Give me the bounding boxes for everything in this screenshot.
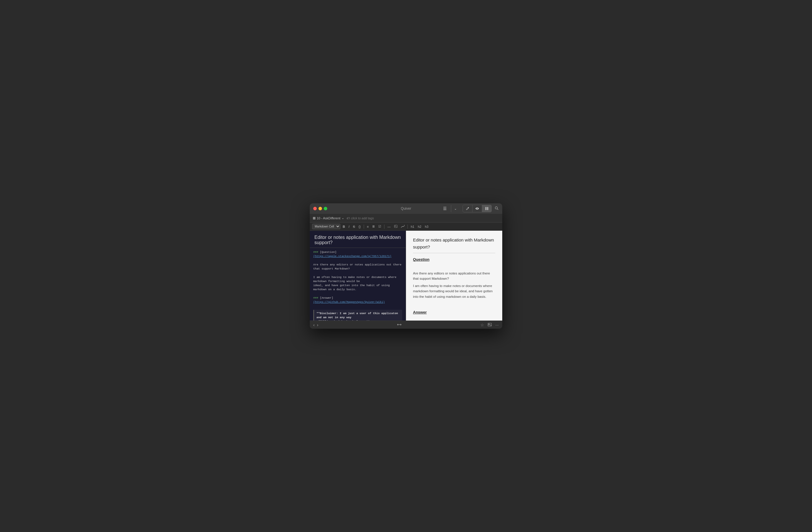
split-icon <box>485 207 489 210</box>
notebook-selector[interactable]: ▦ 10 - AskDifferent ⌄ <box>313 216 344 220</box>
minimize-button[interactable] <box>319 207 322 210</box>
h2-button[interactable]: h2 <box>417 224 422 229</box>
editor-pane[interactable]: Editor or notes application with Markdow… <box>310 231 406 320</box>
h3-button[interactable]: h3 <box>424 224 430 229</box>
edit-mode-button[interactable] <box>463 205 472 212</box>
italic-button[interactable]: I <box>347 224 351 229</box>
ol-button[interactable]: ≣ <box>371 224 376 229</box>
image-attachment-icon <box>488 323 492 326</box>
editor-line-5: ### [Answer](https://github.com/HappenAp… <box>313 296 402 304</box>
ul-button[interactable]: ≡ <box>366 224 370 229</box>
preview-mode-button[interactable] <box>472 205 482 212</box>
cell-type-select[interactable]: Markdown Cell <box>312 224 340 229</box>
notebook-bar: ▦ 10 - AskDifferent ⌄ 🏷 click to add tag… <box>310 214 502 222</box>
checklist-button[interactable]: ☑ <box>377 224 382 229</box>
editor-title: Editor or notes application with Markdow… <box>310 231 406 248</box>
preview-answer-heading: Answer <box>413 310 495 316</box>
split-mode-button[interactable] <box>482 205 491 212</box>
traffic-lights <box>313 207 327 210</box>
editor-body[interactable]: ### [Question](https://apple.stackexchan… <box>310 248 406 320</box>
chevron-button[interactable]: ⌄ <box>451 205 460 212</box>
link-button[interactable] <box>400 224 406 229</box>
editor-line-1: ### [Question](https://apple.stackexchan… <box>313 250 402 259</box>
search-button[interactable] <box>495 206 499 211</box>
editor-line-3: I am often having to make notes or docum… <box>313 275 402 284</box>
view-toggle-group <box>463 205 492 212</box>
search-icon <box>495 206 499 210</box>
notebook-name: 10 - AskDifferent <box>317 216 340 220</box>
prev-button[interactable]: ‹ <box>313 322 315 327</box>
h1-button[interactable]: h1 <box>409 224 415 229</box>
bold-button[interactable]: B <box>342 224 346 229</box>
format-toolbar: Markdown Cell B I S {} ≡ ≣ ☑ — h1 h2 h3 <box>310 222 502 231</box>
expand-icon <box>397 323 401 326</box>
svg-rect-0 <box>485 207 487 210</box>
preview-q-para2: I am often having to make notes or docum… <box>413 283 495 299</box>
preview-question-heading: Question <box>413 257 495 263</box>
notebook-grid-icon: ▦ <box>313 216 316 220</box>
next-button[interactable]: › <box>317 322 319 327</box>
star-button[interactable]: ☆ <box>480 322 484 327</box>
status-right-buttons: ☆ ··· <box>480 322 499 327</box>
svg-rect-1 <box>487 207 489 210</box>
link-icon <box>401 225 405 228</box>
maximize-button[interactable] <box>324 207 327 210</box>
notebook-chevron-icon: ⌄ <box>342 216 344 220</box>
code-block-1: **Disclaimer: I am just a user of this a… <box>313 310 402 321</box>
pencil-icon <box>466 207 469 210</box>
svg-line-3 <box>497 209 498 210</box>
app-window: Quiver ☰ ⌄ <box>310 203 502 329</box>
nav-buttons: ‹ › <box>313 322 318 327</box>
image-button[interactable] <box>393 224 399 229</box>
editor-line-2: Are there any editors or notes applicati… <box>313 263 402 271</box>
preview-main-title: Editor or notes application with Markdow… <box>413 236 495 253</box>
strikethrough-button[interactable]: S <box>352 224 356 229</box>
hamburger-button[interactable]: ☰ <box>440 205 450 212</box>
status-bar: ‹ › ☆ ··· <box>310 320 502 329</box>
separator-2 <box>384 225 385 229</box>
expand-button[interactable] <box>397 323 401 327</box>
eye-icon <box>475 207 479 210</box>
title-bar: Quiver ☰ ⌄ <box>310 203 502 214</box>
svg-rect-4 <box>394 225 397 228</box>
add-tags-label: click to add tags <box>351 216 374 220</box>
more-button[interactable]: ··· <box>495 322 499 327</box>
attachment-button[interactable] <box>488 322 492 327</box>
code-button[interactable]: {} <box>357 224 362 229</box>
window-title: Quiver <box>401 206 411 211</box>
tag-icon: 🏷 <box>347 216 350 220</box>
close-button[interactable] <box>313 207 317 210</box>
hr-button[interactable]: — <box>386 224 392 229</box>
main-content: Editor or notes application with Markdow… <box>310 231 502 320</box>
separator-1 <box>364 225 364 229</box>
preview-pane: Editor or notes application with Markdow… <box>406 231 502 320</box>
tags-area[interactable]: 🏷 click to add tags <box>347 216 374 220</box>
preview-q-para1: Are there any editors or notes applicati… <box>413 271 495 282</box>
editor-line-4: ideal, and have gotten into the habit of… <box>313 284 402 292</box>
title-bar-controls: ☰ ⌄ <box>440 205 499 212</box>
svg-point-2 <box>495 206 497 209</box>
image-icon <box>394 225 397 228</box>
separator-3 <box>407 225 408 229</box>
